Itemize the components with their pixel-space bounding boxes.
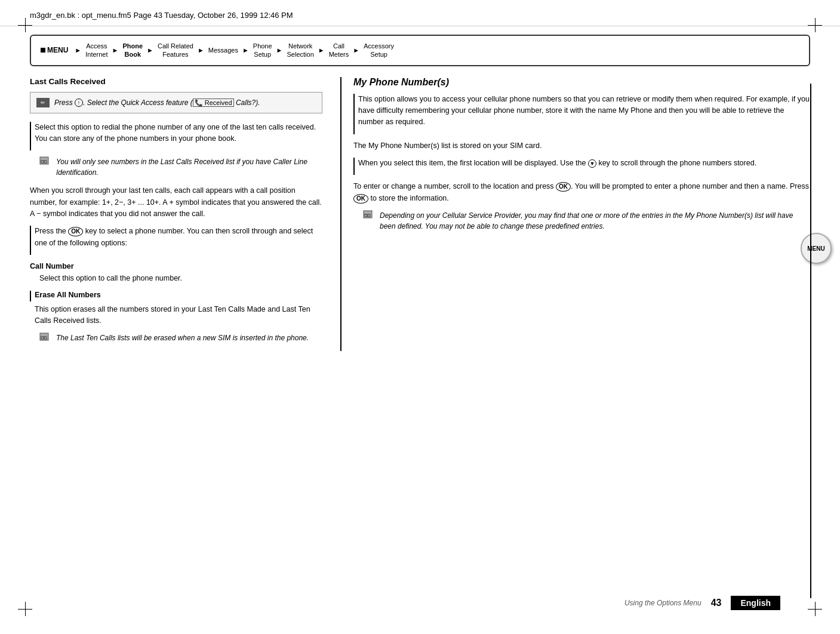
nav-item-phone-book[interactable]: PhoneBook xyxy=(120,41,145,60)
corner-mark-tl xyxy=(18,18,32,32)
menu-square-icon xyxy=(41,48,45,53)
footer-language: English xyxy=(731,596,780,610)
page-header: m3gdr_en.bk : opt_menu.fm5 Page 43 Tuesd… xyxy=(0,0,840,26)
left-section-title: Last Calls Received xyxy=(30,77,322,86)
nav-item-access-internet[interactable]: AccessInternet xyxy=(83,41,110,60)
right-note-text: Depending on your Cellular Service Provi… xyxy=(380,210,810,232)
nav-arrow-5: ► xyxy=(276,47,283,54)
down-arrow-icon: ▼ xyxy=(588,159,596,168)
nav-bar: MENU ► AccessInternet ► PhoneBook ► Call… xyxy=(30,35,810,66)
ok-icon-3: OK xyxy=(353,194,368,204)
note2-icon xyxy=(39,333,53,344)
erase-body: This option erases all the numbers store… xyxy=(30,304,322,327)
nav-arrow-3: ► xyxy=(198,47,204,54)
nav-arrow-6: ► xyxy=(318,47,325,54)
nav-item-network-selection[interactable]: NetworkSelection xyxy=(285,41,316,60)
body3-text: Press the OK key to select a phone numbe… xyxy=(35,226,322,249)
right-body2-text: The My Phone Number(s) list is stored on… xyxy=(353,140,810,152)
nav-item-phone-setup[interactable]: PhoneSetup xyxy=(251,41,275,60)
note2-text: The Last Ten Calls lists will be erased … xyxy=(56,333,309,343)
body2-text: When you scroll through your last ten ca… xyxy=(30,185,322,220)
corner-mark-tr xyxy=(808,18,822,32)
menu-label-text: MENU xyxy=(47,46,68,54)
menu-button-side[interactable]: MENU xyxy=(801,233,832,264)
nav-item-messages[interactable]: Messages xyxy=(206,45,241,56)
right-vert-bar xyxy=(810,84,811,598)
nav-arrow-1: ► xyxy=(112,47,119,54)
right-body1-text: This option allows you to access your ce… xyxy=(358,94,810,128)
corner-mark-bl xyxy=(18,602,32,616)
nav-arrow-7: ► xyxy=(353,47,359,54)
body1-text: Select this option to redial the phone n… xyxy=(35,122,322,145)
left-bar-3 xyxy=(30,291,31,301)
body1-container: Select this option to redial the phone n… xyxy=(30,122,322,151)
note2-block: The Last Ten Calls lists will be erased … xyxy=(30,333,322,344)
right-note-icon xyxy=(363,210,376,221)
right-section-title: My Phone Number(s) xyxy=(353,77,810,88)
left-bar-2 xyxy=(30,226,31,255)
ok-icon-2: OK xyxy=(556,182,571,192)
nav-menu-label: MENU xyxy=(41,46,68,54)
nav-item-call-meters[interactable]: CallMeters xyxy=(327,41,352,60)
right-column: My Phone Number(s) This option allows yo… xyxy=(340,77,810,352)
nav-item-accessory-setup[interactable]: AccessorySetup xyxy=(361,41,396,60)
up-arrow-icon: ↑ xyxy=(75,99,83,107)
footer-italic-text: Using the Options Menu xyxy=(624,599,701,607)
erase-title: Erase All Numbers xyxy=(35,291,101,299)
right-bar-2 xyxy=(353,158,355,175)
press-instruction-text: Press ↑. Select the Quick Access feature… xyxy=(54,97,260,108)
right-note-block: Depending on your Cellular Service Provi… xyxy=(353,210,810,232)
note1-icon xyxy=(39,156,53,168)
nav-arrow-2: ► xyxy=(147,47,153,54)
body3-container: Press the OK key to select a phone numbe… xyxy=(30,226,322,255)
ok-icon-1: OK xyxy=(68,227,83,236)
right-bar-1 xyxy=(353,94,355,134)
right-body3-text: When you select this item, the first loc… xyxy=(358,158,756,169)
nav-item-call-related[interactable]: Call RelatedFeatures xyxy=(155,41,196,60)
corner-mark-br xyxy=(808,602,822,616)
right-body4-text: To enter or change a number, scroll to t… xyxy=(353,181,810,204)
received-calls-icon: 📞 Received xyxy=(193,99,234,107)
content-area: Last Calls Received ✏ Press ↑. Select th… xyxy=(0,77,840,352)
pencil-icon: ✏ xyxy=(41,100,45,106)
note1-text: You will only see numbers in the Last Ca… xyxy=(56,156,322,178)
nav-arrow-0: ► xyxy=(75,47,81,54)
press-icon: ✏ xyxy=(36,98,50,107)
page-footer: Using the Options Menu 43 English xyxy=(624,596,780,610)
erase-title-container: Erase All Numbers xyxy=(30,291,322,301)
footer-page-number: 43 xyxy=(711,598,722,608)
press-instruction-box: ✏ Press ↑. Select the Quick Access featu… xyxy=(30,92,322,113)
header-text: m3gdr_en.bk : opt_menu.fm5 Page 43 Tuesd… xyxy=(30,11,293,20)
left-column: Last Calls Received ✏ Press ↑. Select th… xyxy=(30,77,322,352)
left-bar-1 xyxy=(30,122,31,151)
call-number-title: Call Number xyxy=(30,262,322,270)
nav-arrow-4: ► xyxy=(242,47,249,54)
right-body1-container: This option allows you to access your ce… xyxy=(353,94,810,134)
call-number-body: Select this option to call the phone num… xyxy=(30,273,322,284)
right-body3-container: When you select this item, the first loc… xyxy=(353,158,810,175)
note1-block: You will only see numbers in the Last Ca… xyxy=(30,156,322,178)
